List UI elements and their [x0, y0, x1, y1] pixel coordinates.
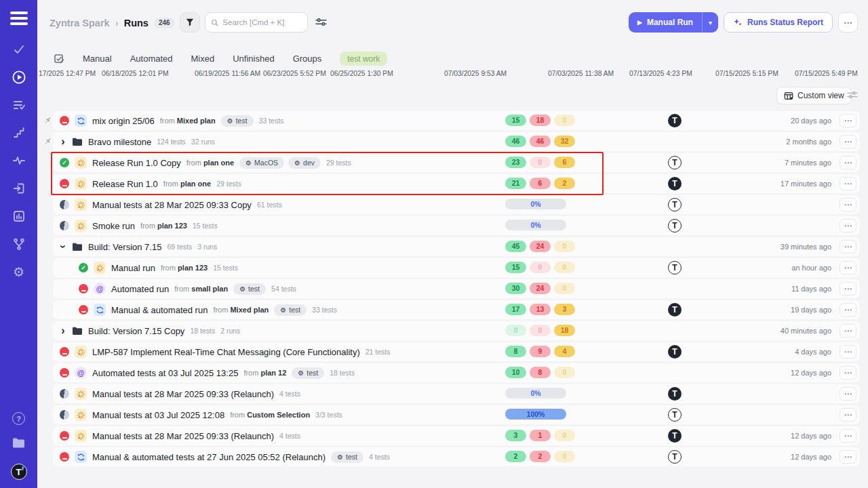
- run-type-icon: @: [94, 283, 106, 295]
- expand-chevron-icon[interactable]: ›: [60, 243, 66, 250]
- run-title[interactable]: LMP-587 Implement Real-Time Chat Messagi…: [92, 347, 360, 357]
- run-row[interactable]: › Bravo milestone 124 tests 32 runs 4646…: [37, 131, 868, 152]
- search-input[interactable]: [222, 18, 302, 26]
- tab-automated[interactable]: Automated: [130, 54, 173, 64]
- import-icon[interactable]: [12, 181, 26, 196]
- run-title[interactable]: mix origin 25/06: [92, 116, 155, 126]
- row-menu-button[interactable]: ⋯: [840, 135, 856, 148]
- run-title[interactable]: Automated run: [111, 284, 169, 294]
- status-icon: [60, 410, 69, 420]
- run-row[interactable]: Manual run from plan 123 15 tests 1500 T…: [37, 258, 868, 279]
- menu-icon[interactable]: [10, 12, 28, 28]
- projects-folder-icon[interactable]: [12, 436, 26, 452]
- row-menu-button[interactable]: ⋯: [840, 450, 856, 464]
- run-title[interactable]: Manual tests at 28 Mar 2025 09:33 (Relau…: [92, 431, 274, 441]
- run-row[interactable]: Release Run 1.0 Copy from plan one ⚙MacO…: [37, 152, 868, 174]
- run-stats: 0%: [505, 220, 566, 230]
- run-card: Manual run from plan 123 15 tests 1500 T…: [53, 258, 860, 277]
- run-title[interactable]: Manual tests at 28 Mar 2025 09:33 (Relau…: [92, 389, 274, 399]
- run-row[interactable]: mix origin 25/06 from Mixed plan ⚙test 3…: [37, 110, 868, 131]
- run-title[interactable]: Automated tests at 03 Jul 2025 13:25: [92, 368, 238, 378]
- run-card: › Build: Version 7.15 69 tests 3 runs 45…: [53, 237, 860, 256]
- run-row[interactable]: › Build: Version 7.15 Copy 18 tests 2 ru…: [37, 321, 868, 342]
- search-box[interactable]: [205, 12, 308, 33]
- run-row[interactable]: @ Automated run from small plan ⚙test 54…: [37, 279, 868, 300]
- row-menu-button[interactable]: ⋯: [840, 114, 856, 127]
- expand-chevron-icon[interactable]: ›: [60, 138, 66, 145]
- run-title[interactable]: Manual tests at 03 Jul 2025 12:08: [92, 410, 224, 420]
- select-edit-icon[interactable]: [54, 54, 64, 64]
- manual-run-button[interactable]: ▶Manual Run ▾: [629, 12, 718, 33]
- run-row[interactable]: Release Run 1.0 from plan one 29 tests 2…: [37, 174, 868, 195]
- row-menu-button[interactable]: ⋯: [840, 177, 856, 190]
- runs-icon[interactable]: [12, 70, 26, 85]
- branch-icon[interactable]: [12, 237, 26, 251]
- run-card: Manual tests at 03 Jul 2025 12:08 from C…: [53, 405, 860, 424]
- user-avatar[interactable]: T: [11, 464, 27, 480]
- row-menu-button[interactable]: ⋯: [840, 366, 856, 380]
- breadcrumb-project[interactable]: Zyntra Spark: [50, 18, 110, 28]
- plans-icon[interactable]: [12, 98, 26, 113]
- run-card: Manual & automated tests at 27 Jun 2025 …: [53, 447, 860, 466]
- run-title[interactable]: Manual tests at 28 Mar 2025 09:33 Copy: [92, 200, 252, 210]
- tab-mixed[interactable]: Mixed: [191, 54, 215, 64]
- header-menu-button[interactable]: ⋯: [838, 12, 858, 33]
- filter-button[interactable]: [180, 12, 200, 33]
- gear-icon: ⚙: [239, 285, 245, 293]
- stat-pill-yellow: 6: [554, 157, 575, 168]
- filters-sliders-icon[interactable]: [315, 17, 327, 27]
- run-title[interactable]: Manual & automated run: [111, 305, 208, 315]
- pulse-icon[interactable]: [12, 153, 26, 168]
- row-menu-button[interactable]: ⋯: [840, 324, 856, 338]
- row-menu-button[interactable]: ⋯: [840, 282, 856, 296]
- run-row[interactable]: › Build: Version 7.15 69 tests 3 runs 45…: [37, 237, 868, 258]
- row-menu-button[interactable]: ⋯: [840, 429, 856, 443]
- main-content: Zyntra Spark › Runs 246 ▶Manual Run ▾ Ru…: [37, 0, 868, 488]
- run-row[interactable]: Smoke run from plan 123 15 tests 0% T ⋯: [37, 216, 868, 237]
- steps-icon[interactable]: [12, 125, 26, 140]
- settings-gear-icon[interactable]: ⚙: [12, 264, 26, 279]
- custom-view-button[interactable]: Custom view: [776, 87, 852, 104]
- manual-run-dropdown[interactable]: ▾: [703, 19, 718, 26]
- row-menu-button[interactable]: ⋯: [840, 198, 856, 211]
- run-card: Manual tests at 28 Mar 2025 09:33 Copy 6…: [53, 195, 860, 214]
- run-row[interactable]: Manual tests at 28 Mar 2025 09:33 Copy 6…: [37, 195, 868, 216]
- run-row[interactable]: Manual tests at 03 Jul 2025 12:08 from C…: [37, 405, 868, 426]
- runs-status-report-button[interactable]: Runs Status Report: [724, 12, 833, 33]
- run-title[interactable]: Release Run 1.0 Copy: [92, 158, 181, 168]
- run-row[interactable]: @ Automated tests at 03 Jul 2025 13:25 f…: [37, 363, 868, 384]
- reports-icon[interactable]: [12, 209, 26, 224]
- run-title[interactable]: Smoke run: [92, 221, 135, 231]
- run-row[interactable]: Manual tests at 28 Mar 2025 09:33 (Relau…: [37, 426, 868, 447]
- row-menu-button[interactable]: ⋯: [840, 261, 856, 274]
- active-tag-filter[interactable]: test work: [340, 52, 387, 66]
- row-menu-button[interactable]: ⋯: [840, 345, 856, 359]
- run-row[interactable]: Manual & automated tests at 27 Jun 2025 …: [37, 447, 868, 468]
- run-type-icon: [75, 199, 87, 211]
- tab-unfinished[interactable]: Unfinished: [233, 54, 274, 64]
- tests-icon[interactable]: [12, 42, 26, 57]
- view-sliders-icon[interactable]: [847, 90, 858, 100]
- run-row[interactable]: LMP-587 Implement Real-Time Chat Messagi…: [37, 342, 868, 363]
- row-menu-button[interactable]: ⋯: [840, 303, 856, 317]
- run-title[interactable]: Bravo milestone: [88, 137, 151, 147]
- stat-pill-yellow: 3: [554, 304, 575, 315]
- run-title[interactable]: Manual run: [111, 263, 155, 273]
- tab-manual[interactable]: Manual: [83, 54, 112, 64]
- row-menu-button[interactable]: ⋯: [840, 156, 856, 169]
- run-row[interactable]: Manual tests at 28 Mar 2025 09:33 (Relau…: [37, 384, 868, 405]
- tab-groups[interactable]: Groups: [293, 54, 322, 64]
- row-menu-button[interactable]: ⋯: [840, 387, 856, 401]
- run-title[interactable]: Build: Version 7.15: [88, 242, 161, 252]
- folder-icon: [72, 242, 83, 251]
- run-title[interactable]: Release Run 1.0: [92, 179, 158, 189]
- run-title[interactable]: Manual & automated tests at 27 Jun 2025 …: [92, 452, 326, 462]
- row-menu-button[interactable]: ⋯: [840, 219, 856, 232]
- help-icon[interactable]: ?: [12, 412, 25, 425]
- run-row[interactable]: Manual & automated run from Mixed plan ⚙…: [37, 300, 868, 321]
- row-menu-button[interactable]: ⋯: [840, 240, 856, 253]
- expand-chevron-icon[interactable]: ›: [60, 327, 66, 334]
- row-menu-button[interactable]: ⋯: [840, 408, 856, 422]
- run-type-icon: [75, 115, 87, 127]
- run-title[interactable]: Build: Version 7.15 Copy: [88, 326, 184, 336]
